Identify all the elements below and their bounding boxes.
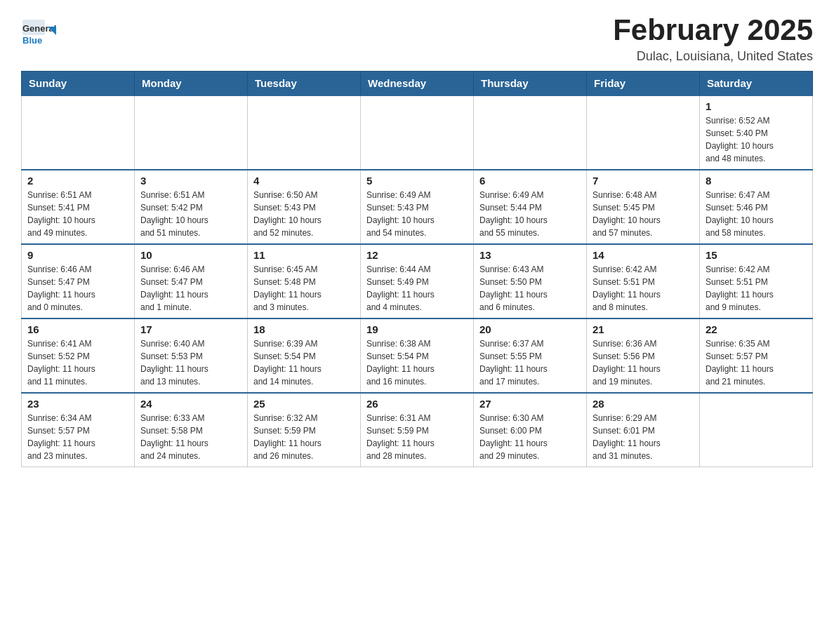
table-row: 11Sunrise: 6:45 AM Sunset: 5:48 PM Dayli… [248, 244, 361, 318]
day-info: Sunrise: 6:41 AM Sunset: 5:52 PM Dayligh… [27, 337, 128, 388]
day-number: 24 [140, 398, 241, 410]
col-friday: Friday [587, 72, 700, 96]
day-info: Sunrise: 6:45 AM Sunset: 5:48 PM Dayligh… [253, 263, 355, 314]
day-info: Sunrise: 6:51 AM Sunset: 5:41 PM Dayligh… [27, 189, 128, 239]
day-number: 13 [479, 249, 581, 261]
day-number: 18 [253, 323, 355, 335]
day-info: Sunrise: 6:36 AM Sunset: 5:56 PM Dayligh… [593, 337, 694, 388]
day-number: 5 [366, 175, 468, 187]
day-number: 10 [140, 249, 241, 261]
day-number: 28 [593, 398, 694, 410]
table-row: 10Sunrise: 6:46 AM Sunset: 5:47 PM Dayli… [135, 244, 248, 318]
day-number: 25 [253, 398, 355, 410]
day-info: Sunrise: 6:30 AM Sunset: 6:00 PM Dayligh… [479, 412, 581, 462]
day-number: 1 [706, 100, 807, 112]
table-row: 23Sunrise: 6:34 AM Sunset: 5:57 PM Dayli… [22, 393, 135, 467]
day-info: Sunrise: 6:43 AM Sunset: 5:50 PM Dayligh… [479, 263, 581, 314]
svg-text:Blue: Blue [22, 35, 42, 46]
table-row [700, 393, 813, 467]
table-row [248, 95, 361, 170]
table-row [474, 95, 587, 170]
day-info: Sunrise: 6:51 AM Sunset: 5:42 PM Dayligh… [140, 189, 241, 239]
day-info: Sunrise: 6:46 AM Sunset: 5:47 PM Dayligh… [140, 263, 241, 314]
day-number: 26 [366, 398, 468, 410]
day-info: Sunrise: 6:50 AM Sunset: 5:43 PM Dayligh… [253, 189, 355, 239]
day-info: Sunrise: 6:49 AM Sunset: 5:43 PM Dayligh… [366, 189, 468, 239]
day-info: Sunrise: 6:37 AM Sunset: 5:55 PM Dayligh… [479, 337, 581, 388]
col-thursday: Thursday [474, 72, 587, 96]
calendar-table: Sunday Monday Tuesday Wednesday Thursday… [21, 71, 813, 467]
day-info: Sunrise: 6:29 AM Sunset: 6:01 PM Dayligh… [593, 412, 694, 462]
day-info: Sunrise: 6:48 AM Sunset: 5:45 PM Dayligh… [593, 189, 694, 239]
table-row: 22Sunrise: 6:35 AM Sunset: 5:57 PM Dayli… [700, 318, 813, 393]
col-tuesday: Tuesday [248, 72, 361, 96]
table-row: 2Sunrise: 6:51 AM Sunset: 5:41 PM Daylig… [22, 170, 135, 244]
day-number: 22 [706, 323, 807, 335]
day-info: Sunrise: 6:31 AM Sunset: 5:59 PM Dayligh… [366, 412, 468, 462]
day-number: 15 [706, 249, 807, 261]
day-info: Sunrise: 6:46 AM Sunset: 5:47 PM Dayligh… [27, 263, 128, 314]
day-number: 27 [479, 398, 581, 410]
table-row [22, 95, 135, 170]
calendar-week-row: 9Sunrise: 6:46 AM Sunset: 5:47 PM Daylig… [22, 244, 813, 318]
table-row [135, 95, 248, 170]
day-info: Sunrise: 6:44 AM Sunset: 5:49 PM Dayligh… [366, 263, 468, 314]
table-row: 13Sunrise: 6:43 AM Sunset: 5:50 PM Dayli… [474, 244, 587, 318]
day-number: 2 [27, 175, 128, 187]
day-number: 7 [593, 175, 694, 187]
day-info: Sunrise: 6:32 AM Sunset: 5:59 PM Dayligh… [253, 412, 355, 462]
calendar-week-row: 2Sunrise: 6:51 AM Sunset: 5:41 PM Daylig… [22, 170, 813, 244]
col-monday: Monday [135, 72, 248, 96]
day-info: Sunrise: 6:40 AM Sunset: 5:53 PM Dayligh… [140, 337, 241, 388]
table-row: 9Sunrise: 6:46 AM Sunset: 5:47 PM Daylig… [22, 244, 135, 318]
calendar-week-row: 1Sunrise: 6:52 AM Sunset: 5:40 PM Daylig… [22, 95, 813, 170]
table-row: 25Sunrise: 6:32 AM Sunset: 5:59 PM Dayli… [248, 393, 361, 467]
month-title: February 2025 [613, 14, 813, 46]
day-number: 8 [706, 175, 807, 187]
day-number: 12 [366, 249, 468, 261]
day-info: Sunrise: 6:34 AM Sunset: 5:57 PM Dayligh… [27, 412, 128, 462]
day-number: 14 [593, 249, 694, 261]
day-number: 6 [479, 175, 581, 187]
day-number: 16 [27, 323, 128, 335]
day-info: Sunrise: 6:38 AM Sunset: 5:54 PM Dayligh… [366, 337, 468, 388]
table-row: 15Sunrise: 6:42 AM Sunset: 5:51 PM Dayli… [700, 244, 813, 318]
day-number: 9 [27, 249, 128, 261]
day-number: 23 [27, 398, 128, 410]
col-saturday: Saturday [700, 72, 813, 96]
table-row: 28Sunrise: 6:29 AM Sunset: 6:01 PM Dayli… [587, 393, 700, 467]
table-row: 21Sunrise: 6:36 AM Sunset: 5:56 PM Dayli… [587, 318, 700, 393]
day-info: Sunrise: 6:35 AM Sunset: 5:57 PM Dayligh… [706, 337, 807, 388]
table-row: 1Sunrise: 6:52 AM Sunset: 5:40 PM Daylig… [700, 95, 813, 170]
table-row: 16Sunrise: 6:41 AM Sunset: 5:52 PM Dayli… [22, 318, 135, 393]
table-row: 12Sunrise: 6:44 AM Sunset: 5:49 PM Dayli… [361, 244, 474, 318]
day-info: Sunrise: 6:39 AM Sunset: 5:54 PM Dayligh… [253, 337, 355, 388]
calendar-week-row: 16Sunrise: 6:41 AM Sunset: 5:52 PM Dayli… [22, 318, 813, 393]
calendar-week-row: 23Sunrise: 6:34 AM Sunset: 5:57 PM Dayli… [22, 393, 813, 467]
logo: General Blue [21, 14, 56, 49]
table-row: 5Sunrise: 6:49 AM Sunset: 5:43 PM Daylig… [361, 170, 474, 244]
table-row: 3Sunrise: 6:51 AM Sunset: 5:42 PM Daylig… [135, 170, 248, 244]
page-header: General Blue February 2025 Dulac, Louisi… [21, 14, 813, 64]
table-row: 7Sunrise: 6:48 AM Sunset: 5:45 PM Daylig… [587, 170, 700, 244]
table-row: 6Sunrise: 6:49 AM Sunset: 5:44 PM Daylig… [474, 170, 587, 244]
table-row: 19Sunrise: 6:38 AM Sunset: 5:54 PM Dayli… [361, 318, 474, 393]
day-number: 21 [593, 323, 694, 335]
day-info: Sunrise: 6:49 AM Sunset: 5:44 PM Dayligh… [479, 189, 581, 239]
table-row: 8Sunrise: 6:47 AM Sunset: 5:46 PM Daylig… [700, 170, 813, 244]
day-info: Sunrise: 6:52 AM Sunset: 5:40 PM Dayligh… [706, 114, 807, 165]
day-info: Sunrise: 6:33 AM Sunset: 5:58 PM Dayligh… [140, 412, 241, 462]
day-number: 11 [253, 249, 355, 261]
title-block: February 2025 Dulac, Louisiana, United S… [613, 14, 813, 64]
day-number: 3 [140, 175, 241, 187]
table-row [587, 95, 700, 170]
day-info: Sunrise: 6:42 AM Sunset: 5:51 PM Dayligh… [706, 263, 807, 314]
table-row: 14Sunrise: 6:42 AM Sunset: 5:51 PM Dayli… [587, 244, 700, 318]
col-sunday: Sunday [22, 72, 135, 96]
logo-icon: General Blue [21, 14, 56, 49]
table-row: 27Sunrise: 6:30 AM Sunset: 6:00 PM Dayli… [474, 393, 587, 467]
day-info: Sunrise: 6:47 AM Sunset: 5:46 PM Dayligh… [706, 189, 807, 239]
col-wednesday: Wednesday [361, 72, 474, 96]
table-row: 4Sunrise: 6:50 AM Sunset: 5:43 PM Daylig… [248, 170, 361, 244]
day-number: 19 [366, 323, 468, 335]
